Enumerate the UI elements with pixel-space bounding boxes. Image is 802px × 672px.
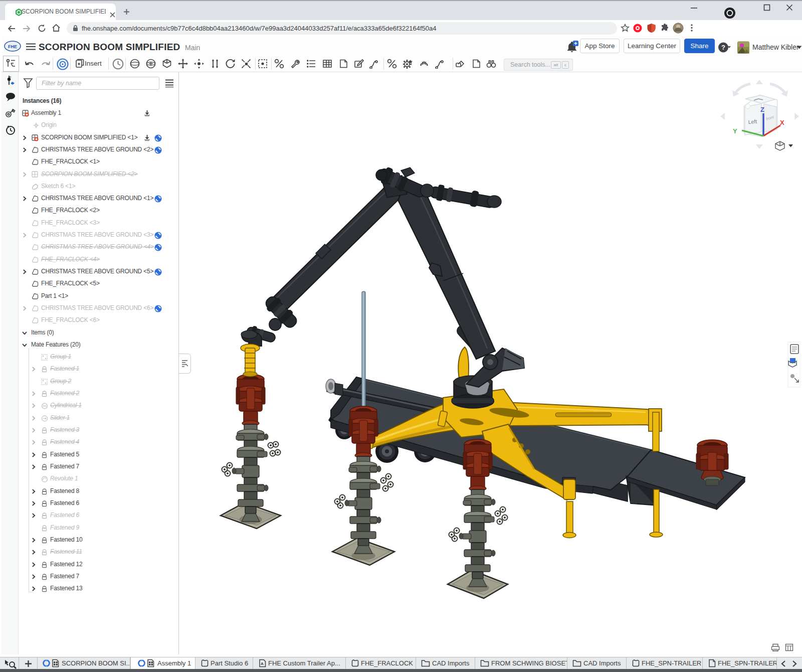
svg-text:FHE: FHE <box>8 44 17 49</box>
svg-text:X: X <box>780 119 784 126</box>
svg-text:Left: Left <box>748 118 757 125</box>
svg-text:?: ? <box>721 44 725 51</box>
svg-text:Z: Z <box>760 106 764 113</box>
svg-text:A: A <box>261 661 264 666</box>
svg-text:Y: Y <box>733 127 737 135</box>
